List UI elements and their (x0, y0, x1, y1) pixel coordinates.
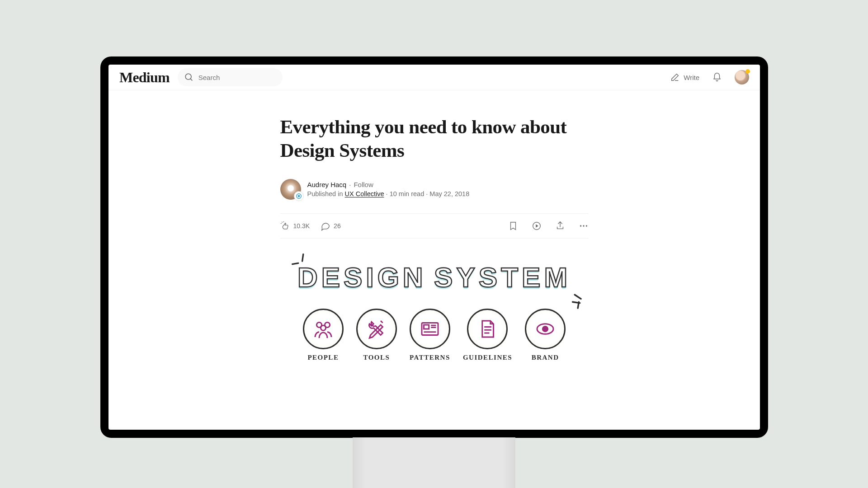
svg-line-10 (575, 295, 581, 299)
action-bar: 10.3K 26 (280, 213, 589, 239)
pillar-label: PEOPLE (307, 354, 339, 361)
user-avatar[interactable] (735, 70, 749, 84)
svg-point-6 (583, 225, 584, 226)
separator-dot: · (349, 180, 351, 190)
svg-line-1 (190, 79, 192, 80)
pillar-tools: TOOLS (356, 309, 397, 361)
tools-icon (356, 309, 397, 349)
site-logo[interactable]: Medium (119, 69, 170, 86)
comment-count: 26 (334, 222, 341, 230)
clap-button[interactable]: 10.3K (280, 221, 310, 231)
svg-line-8 (302, 254, 303, 261)
write-button[interactable]: Write (670, 72, 699, 82)
pillar-label: BRAND (532, 354, 559, 361)
sketch-word-2: SYSTEM (431, 261, 574, 293)
svg-point-0 (185, 74, 191, 80)
svg-rect-17 (424, 325, 429, 329)
accent-lines-icon (289, 251, 303, 265)
svg-point-15 (321, 325, 326, 330)
clap-count: 10.3K (293, 222, 310, 230)
search-icon (184, 72, 194, 82)
published-in-prefix: Published in (307, 190, 345, 197)
accent-lines-icon (571, 291, 584, 304)
pillar-patterns: PATTERNS (410, 309, 450, 361)
sketch-title: DESIGN SYSTEM (280, 261, 589, 293)
header-actions: Write (670, 70, 749, 84)
author-name[interactable]: Audrey Hacq (307, 180, 347, 190)
pillar-guidelines: GUIDELINES (463, 309, 512, 361)
share-button[interactable] (555, 221, 565, 231)
pillar-label: TOOLS (363, 354, 390, 361)
write-label: Write (684, 74, 699, 81)
read-time: 10 min read (390, 190, 425, 197)
byline-text: Audrey Hacq · Follow Published in UX Col… (307, 180, 470, 199)
patterns-icon (410, 309, 450, 349)
brand-icon (525, 309, 566, 349)
search-input[interactable] (198, 74, 271, 81)
article-title: Everything you need to know about Design… (280, 115, 589, 163)
comment-icon (321, 221, 330, 231)
svg-point-2 (298, 195, 300, 197)
publication-link[interactable]: UX Collective (345, 190, 384, 197)
publication-badge[interactable] (294, 191, 304, 201)
pillar-brand: BRAND (525, 309, 566, 361)
hero-illustration: DESIGN SYSTEM PEOPLE (280, 257, 589, 361)
pillar-label: PATTERNS (410, 354, 450, 361)
write-icon (670, 72, 680, 82)
clap-icon (280, 221, 290, 231)
search-box[interactable] (178, 68, 283, 86)
monitor-frame: Medium Write (100, 56, 768, 438)
sketch-word-1: DESIGN (295, 261, 429, 293)
bookmark-button[interactable] (508, 221, 518, 231)
separator-dot: · (386, 190, 390, 197)
listen-button[interactable] (532, 221, 542, 231)
svg-line-9 (292, 263, 298, 264)
publish-date: May 22, 2018 (429, 190, 469, 197)
people-icon (303, 309, 344, 349)
article: Everything you need to know about Design… (280, 90, 589, 361)
screen: Medium Write (108, 65, 760, 430)
more-button[interactable] (579, 221, 589, 231)
svg-point-7 (585, 225, 587, 226)
byline: Audrey Hacq · Follow Published in UX Col… (280, 179, 589, 200)
notifications-button[interactable] (712, 72, 722, 82)
monitor-stand (353, 437, 515, 488)
svg-point-25 (542, 326, 547, 331)
author-avatar[interactable] (280, 179, 301, 200)
site-header: Medium Write (108, 65, 760, 90)
pillars-row: PEOPLE TOOLS (280, 309, 589, 361)
follow-button[interactable]: Follow (354, 180, 373, 190)
svg-point-5 (580, 225, 581, 226)
pillar-people: PEOPLE (303, 309, 344, 361)
pillar-label: GUIDELINES (463, 354, 512, 361)
comment-button[interactable]: 26 (321, 221, 341, 231)
svg-line-12 (578, 302, 579, 308)
guidelines-icon (467, 309, 508, 349)
